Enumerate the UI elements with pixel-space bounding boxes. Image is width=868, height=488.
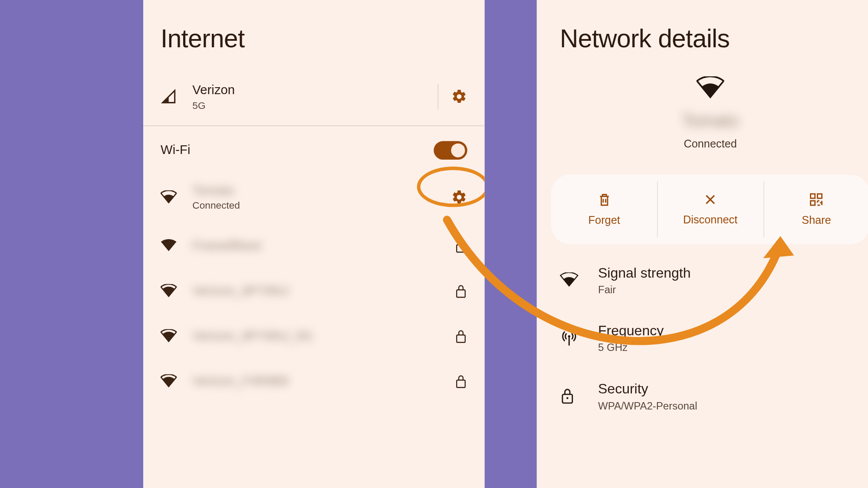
share-label: Share <box>802 214 831 226</box>
wifi-icon <box>161 239 192 253</box>
gear-icon <box>451 88 467 105</box>
svg-rect-0 <box>457 245 465 252</box>
network-details-panel: Network details Tomato Connected Forget … <box>537 0 868 488</box>
network-ssid: Freewifibest <box>192 238 443 254</box>
network-ssid: Verizon_6PY8NJ <box>192 283 443 299</box>
wifi-icon <box>161 284 192 298</box>
svg-point-9 <box>566 397 569 400</box>
wifi-icon <box>560 272 598 288</box>
lock-icon <box>560 387 598 405</box>
page-title-internet: Internet <box>143 0 485 71</box>
svg-rect-6 <box>811 201 815 205</box>
network-status: Connected <box>192 200 439 212</box>
carrier-tech: 5G <box>192 100 426 111</box>
network-ssid: Tomato <box>192 183 439 199</box>
qr-code-icon <box>809 192 824 207</box>
carrier-settings-button[interactable] <box>451 88 467 105</box>
lock-icon <box>454 239 467 254</box>
forget-label: Forget <box>589 214 620 226</box>
network-ssid: Verizon_6PY8NJ_5G <box>192 328 443 344</box>
wifi-network-row[interactable]: Verizon_6PY8NJ <box>143 269 485 314</box>
signal-label: Signal strength <box>598 264 861 282</box>
security-label: Security <box>598 380 861 398</box>
signal-strength-row[interactable]: Signal strength Fair <box>537 251 868 309</box>
wifi-icon <box>161 374 192 388</box>
svg-rect-4 <box>811 194 815 198</box>
wifi-toggle-row: Wi-Fi <box>143 126 485 171</box>
page-title-network-details: Network details <box>537 0 868 71</box>
share-button[interactable]: Share <box>763 175 868 244</box>
carrier-row[interactable]: Verizon 5G <box>143 71 485 126</box>
svg-rect-1 <box>457 290 465 297</box>
lock-icon <box>454 329 467 344</box>
wifi-icon <box>697 76 724 102</box>
security-row[interactable]: Security WPA/WPA2-Personal <box>537 367 868 425</box>
gear-icon <box>451 189 467 205</box>
trash-icon <box>597 192 612 207</box>
lock-icon <box>454 374 467 389</box>
wifi-icon <box>161 190 192 204</box>
wifi-network-row[interactable]: Tomato Connected <box>143 171 485 223</box>
svg-rect-3 <box>457 380 465 387</box>
wifi-toggle[interactable] <box>434 141 467 160</box>
signal-value: Fair <box>598 284 861 296</box>
close-icon <box>704 193 717 206</box>
wifi-network-row[interactable]: Freewifibest <box>143 223 485 269</box>
frequency-label: Frequency <box>598 322 861 340</box>
svg-rect-5 <box>818 194 822 198</box>
network-settings-button[interactable] <box>451 189 467 205</box>
network-action-bar: Forget Disconnect Share <box>551 175 868 244</box>
cellular-signal-icon <box>161 88 192 105</box>
frequency-value: 5 GHz <box>598 342 861 354</box>
wifi-network-row[interactable]: Verizon_6PY8NJ_5G <box>143 314 485 359</box>
svg-rect-2 <box>457 335 465 342</box>
network-status: Connected <box>684 138 737 150</box>
antenna-icon <box>560 329 598 347</box>
vertical-divider <box>438 84 438 110</box>
wifi-network-row[interactable]: Verizon_F4R8B9 <box>143 359 485 404</box>
wifi-icon <box>161 329 192 343</box>
internet-settings-panel: Internet Verizon 5G Wi-Fi <box>143 0 485 488</box>
disconnect-button[interactable]: Disconnect <box>657 175 763 244</box>
disconnect-label: Disconnect <box>683 213 737 226</box>
wifi-label: Wi-Fi <box>161 142 422 158</box>
network-ssid: Verizon_F4R8B9 <box>192 373 443 390</box>
forget-button[interactable]: Forget <box>551 175 657 244</box>
network-header: Tomato Connected <box>537 71 868 163</box>
frequency-row[interactable]: Frequency 5 GHz <box>537 309 868 367</box>
network-ssid: Tomato <box>682 111 739 131</box>
lock-icon <box>454 284 467 299</box>
security-value: WPA/WPA2-Personal <box>598 400 861 412</box>
carrier-name: Verizon <box>192 82 426 98</box>
